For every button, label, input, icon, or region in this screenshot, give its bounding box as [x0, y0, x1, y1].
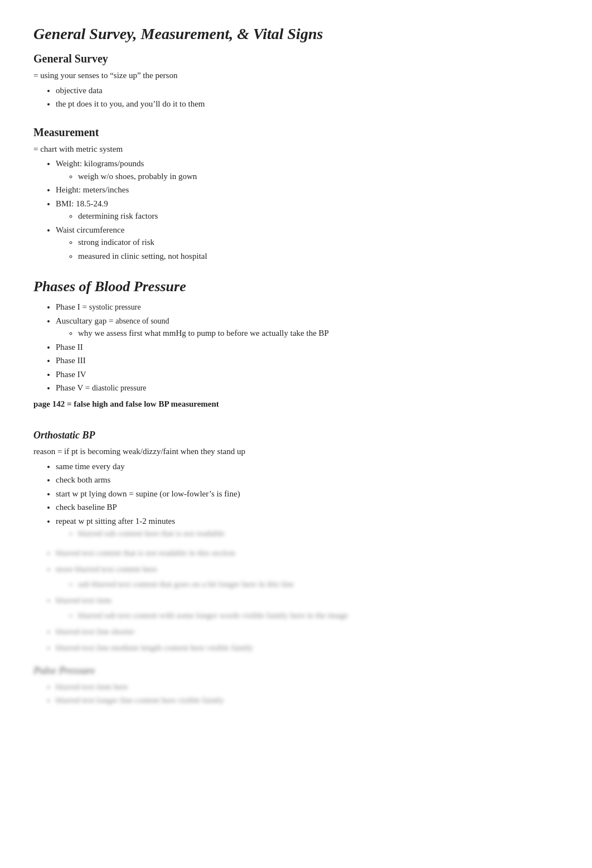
measurement-sublist: determining risk factors — [78, 210, 559, 223]
phase1-label: Phase I = — [56, 302, 87, 311]
list-item: objective data — [56, 84, 559, 97]
list-item: weigh w/o shoes, probably in gown — [78, 170, 559, 183]
list-item: blurred sub text content with some longe… — [78, 608, 559, 623]
phase5-inline: diastolic pressure — [92, 384, 147, 392]
phases-bp-section: Phases of Blood Pressure Phase I = systo… — [33, 276, 559, 410]
list-item: Phase I = systolic pressure — [56, 301, 559, 314]
phases-bp-list: Phase I = systolic pressure Auscultary g… — [56, 301, 559, 394]
auscultary-label: Auscultary gap = — [56, 316, 113, 325]
list-item: Waist circumference strong indicator of … — [56, 224, 559, 263]
list-item: determining risk factors — [78, 210, 559, 223]
main-title: General Survey, Measurement, & Vital Sig… — [33, 22, 559, 46]
measurement-section: Measurement = chart with metric system W… — [33, 124, 559, 263]
page-note: page 142 = false high and false low BP m… — [33, 398, 559, 411]
list-item: check both arms — [56, 474, 559, 486]
list-item: measured in clinic setting, not hospital — [78, 250, 559, 263]
orthostatic-bp-intro: reason = if pt is becoming weak/dizzy/fa… — [33, 445, 559, 458]
measurement-heading: Measurement — [33, 124, 559, 141]
list-item: blurred text line shorter — [56, 624, 559, 639]
list-item: Phase II — [56, 341, 559, 354]
list-item: repeat w pt sitting after 1-2 minutes bl… — [56, 515, 559, 540]
blurred-content-area: blurred text content that is not readabl… — [45, 546, 559, 655]
measurement-list: Weight: kilograms/pounds weigh w/o shoes… — [56, 157, 559, 262]
list-item: start w pt lying down = supine (or low-f… — [56, 488, 559, 500]
general-survey-section: General Survey = using your senses to “s… — [33, 50, 559, 110]
blurred-list: blurred text content that is not readabl… — [56, 546, 559, 655]
list-item: same time every day — [56, 460, 559, 473]
list-item: strong indicator of risk — [78, 236, 559, 249]
orthostatic-bp-heading: Orthostatic BP — [33, 428, 559, 443]
general-survey-heading: General Survey — [33, 50, 559, 67]
orthostatic-sublist: blurred sub content here that is not rea… — [78, 527, 559, 540]
list-item: blurred text item here — [56, 681, 559, 693]
list-item: check baseline BP — [56, 501, 559, 514]
list-item: the pt does it to you, and you’ll do it … — [56, 98, 559, 110]
list-item: why we assess first what mmHg to pump to… — [78, 327, 559, 340]
general-survey-list: objective data the pt does it to you, an… — [56, 84, 559, 110]
measurement-sublist: weigh w/o shoes, probably in gown — [78, 170, 559, 183]
list-item: blurred sub content here that is not rea… — [78, 527, 559, 540]
orthostatic-bp-section: Orthostatic BP reason = if pt is becomin… — [33, 428, 559, 707]
list-item: Phase III — [56, 354, 559, 367]
list-item: Weight: kilograms/pounds weigh w/o shoes… — [56, 157, 559, 182]
list-item: Phase V = diastolic pressure — [56, 382, 559, 394]
orthostatic-bp-list: same time every day check both arms star… — [56, 460, 559, 540]
blurred-heading-section: Pulse Pressure blurred text item here bl… — [33, 663, 559, 707]
blurred-pulse-list: blurred text item here blurred text long… — [56, 681, 559, 707]
phase5-label: Phase V = — [56, 383, 90, 392]
list-item: Phase IV — [56, 368, 559, 381]
phase1-inline: systolic pressure — [89, 303, 141, 311]
measurement-intro: = chart with metric system — [33, 143, 559, 156]
list-item: more blurred text content here sub blurr… — [56, 562, 559, 592]
list-item: BMI: 18.5-24.9 determining risk factors — [56, 197, 559, 223]
auscultary-inline: absence of sound — [115, 317, 169, 325]
list-item: blurred text line medium length content … — [56, 640, 559, 655]
list-item: sub blurred text content that goes on a … — [78, 577, 559, 592]
general-survey-intro: = using your senses to “size up” the per… — [33, 69, 559, 82]
list-item: blurred text item blurred sub text conte… — [56, 593, 559, 623]
phases-bp-heading: Phases of Blood Pressure — [33, 276, 559, 297]
auscultary-sublist: why we assess first what mmHg to pump to… — [78, 327, 559, 340]
list-item: blurred text content that is not readabl… — [56, 546, 559, 561]
measurement-sublist: strong indicator of risk measured in cli… — [78, 236, 559, 262]
list-item: Height: meters/inches — [56, 184, 559, 196]
blurred-subheading: Pulse Pressure — [33, 663, 559, 678]
list-item: blurred text longer line content here vi… — [56, 694, 559, 707]
list-item: Auscultary gap = absence of sound why we… — [56, 315, 559, 340]
